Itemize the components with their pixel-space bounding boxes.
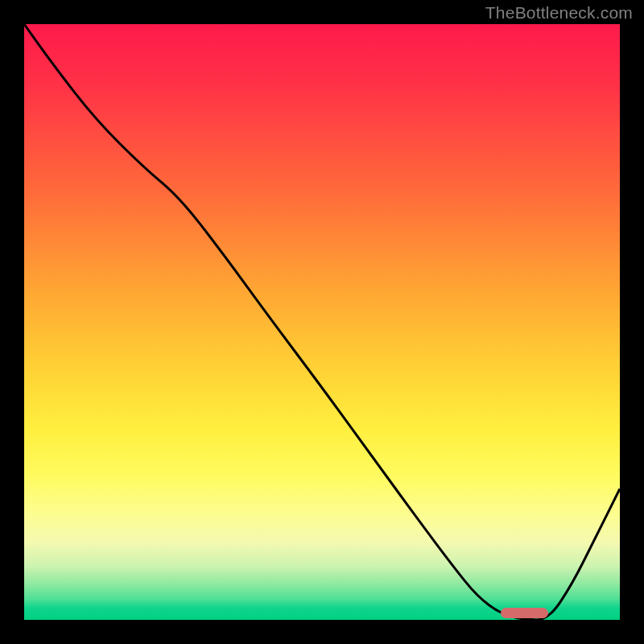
plot-area xyxy=(24,24,620,620)
chart-frame: TheBottleneck.com xyxy=(0,0,644,644)
watermark-text: TheBottleneck.com xyxy=(485,3,633,23)
optimal-zone-marker xyxy=(501,608,548,618)
bottleneck-curve-path xyxy=(24,24,620,620)
curve-svg xyxy=(24,24,620,620)
